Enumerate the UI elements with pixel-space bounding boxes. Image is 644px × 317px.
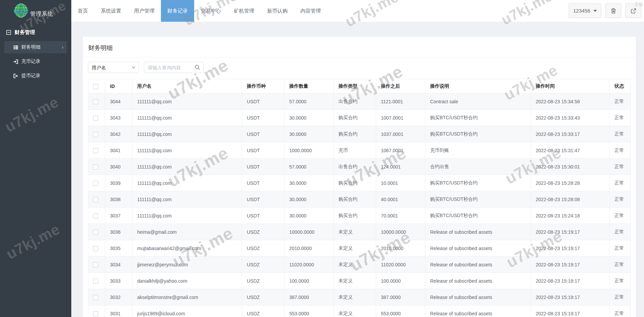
cell-type: 未定义 (334, 240, 376, 257)
sidebar-item-label: 提币记录 (21, 73, 40, 79)
row-checkbox[interactable] (93, 197, 98, 202)
cell-username: 111111@qq.com (132, 126, 242, 142)
cell-desc: 购买BTC/USDT秒合约 (425, 175, 531, 191)
cell-time: 2022-08-23 15:30:01 (531, 159, 610, 175)
row-checkbox[interactable] (93, 116, 98, 121)
cell-coin: USDZ (242, 224, 284, 240)
cell-after: 1067.0001 (376, 142, 425, 159)
cell-type: 未定义 (334, 224, 376, 240)
sign-in-icon (13, 59, 18, 64)
user-dropdown-button[interactable]: 123456 (569, 3, 601, 18)
row-checkbox[interactable] (93, 164, 98, 170)
cell-amount: 30.0000 (284, 110, 334, 126)
row-checkbox[interactable] (93, 181, 98, 186)
cell-type: 未定义 (334, 305, 376, 317)
cell-amount: 553.0000 (284, 305, 334, 317)
nav-tab[interactable]: 用户管理 (128, 0, 161, 22)
nav-tab[interactable]: 首页 (71, 0, 94, 22)
logout-button[interactable] (625, 3, 641, 18)
col-header-time: 操作时间 (531, 79, 610, 93)
row-checkbox[interactable] (93, 246, 98, 251)
cell-type: 未定义 (334, 257, 376, 273)
page-title: 财务明细 (83, 37, 636, 57)
row-checkbox[interactable] (93, 213, 98, 218)
filter-field-select[interactable]: 用户名 (88, 62, 139, 73)
nav-tab[interactable]: 内容管理 (294, 0, 327, 22)
sidebar-item-deposit-records[interactable]: 充币记录 › (4, 55, 67, 68)
sidebar-item-finance-detail[interactable]: 财务明细 › (4, 41, 67, 53)
cell-id: 3043 (105, 110, 132, 126)
cell-time: 2022-08-23 15:19:17 (531, 224, 610, 240)
cell-id: 3032 (105, 289, 132, 305)
cell-amount: 100.0000 (284, 273, 334, 289)
cell-username: 111111@qq.com (132, 142, 242, 159)
sidebar-item-label: 充币记录 (21, 58, 40, 65)
cell-after: 100.0000 (376, 273, 425, 289)
cell-id: 3033 (105, 273, 132, 289)
row-checkbox[interactable] (93, 148, 98, 153)
cell-amount: 10000.0000 (284, 224, 334, 240)
cell-coin: USDZ (242, 305, 284, 317)
chevron-right-icon: › (62, 44, 63, 50)
cell-after: 10000.0000 (376, 224, 425, 240)
cell-status: 正常 (610, 240, 631, 257)
content-card: 财务明细 用户名 (83, 37, 636, 317)
cell-desc: Contract sale (425, 93, 531, 110)
cell-username: 111111@qq.com (132, 110, 242, 126)
cell-coin: USDT (242, 191, 284, 208)
nav-tab[interactable]: 财务记录 (161, 0, 194, 22)
cell-desc: Release of subscribed assets (425, 257, 531, 273)
sidebar: 财务管理 财务明细 › 充币记录 › 提币记录 (0, 22, 71, 317)
cell-id: 3042 (105, 126, 132, 142)
cell-coin: USDT (242, 175, 284, 191)
delete-button[interactable] (605, 3, 621, 18)
row-checkbox[interactable] (93, 230, 98, 235)
cell-desc: Release of subscribed assets (425, 289, 531, 305)
cell-id: 3041 (105, 142, 132, 159)
trash-icon (610, 8, 617, 14)
row-checkbox[interactable] (93, 99, 98, 104)
cell-id: 3044 (105, 93, 132, 110)
nav-tabs: 首页 系统设置 用户管理 财务记录 交易中心 矿机管理 新币认购 内容管理 (71, 0, 327, 22)
cell-username: 111111@qq.com (132, 93, 242, 110)
collapse-minus-icon (6, 30, 11, 35)
cell-type: 购买合约 (334, 126, 376, 142)
cell-type: 未定义 (334, 289, 376, 305)
row-checkbox[interactable] (93, 262, 98, 267)
share-export-icon (630, 8, 637, 14)
nav-tab[interactable]: 新币认购 (261, 0, 294, 22)
col-header-username: 用户名 (132, 79, 242, 93)
row-checkbox[interactable] (93, 311, 98, 316)
cell-status: 正常 (610, 159, 631, 175)
cell-time: 2022-08-23 15:33:43 (531, 110, 610, 126)
cell-amount: 30.0000 (284, 126, 334, 142)
cell-status: 正常 (610, 273, 631, 289)
cell-status: 正常 (610, 93, 631, 110)
table-row: 3040 111111@qq.com USDT 57.0000 出售合约 124… (88, 159, 631, 175)
cell-username: jurijs1989@icloud.com (132, 305, 242, 317)
sign-out-icon (13, 73, 18, 78)
search-icon[interactable] (195, 65, 200, 70)
sidebar-item-withdraw-records[interactable]: 提币记录 › (4, 70, 67, 82)
row-checkbox[interactable] (93, 132, 98, 137)
top-navbar: USDZ 管理系统 首页 系统设置 用户管理 财务记录 交易中心 矿机管理 新币… (0, 0, 644, 22)
cell-status: 正常 (610, 110, 631, 126)
cell-status: 正常 (610, 142, 631, 159)
cell-desc: 充币到账 (425, 142, 531, 159)
row-checkbox[interactable] (93, 295, 98, 300)
select-all-checkbox[interactable] (93, 84, 98, 89)
nav-tab[interactable]: 系统设置 (94, 0, 128, 22)
sidebar-group-finance[interactable]: 财务管理 (0, 22, 71, 39)
table-row: 3043 111111@qq.com USDT 30.0000 购买合约 100… (88, 110, 631, 126)
cell-id: 3038 (105, 191, 132, 208)
cell-type: 购买合约 (334, 191, 376, 208)
table-row: 3037 111111@qq.com USDT 30.0000 购买合约 70.… (88, 208, 631, 224)
nav-tab[interactable]: 矿机管理 (227, 0, 261, 22)
table-row: 3039 111111@qq.com USDT 30.0000 购买合约 10.… (88, 175, 631, 191)
cell-id: 3037 (105, 208, 132, 224)
cell-coin: USDT (242, 142, 284, 159)
row-checkbox[interactable] (93, 279, 98, 284)
cell-after: 387.0000 (376, 289, 425, 305)
nav-tab[interactable]: 交易中心 (194, 0, 227, 22)
table-header-row: ID 用户名 操作币种 操作数量 操作类型 操作之后 操作说明 操作时间 状态 (88, 79, 631, 93)
